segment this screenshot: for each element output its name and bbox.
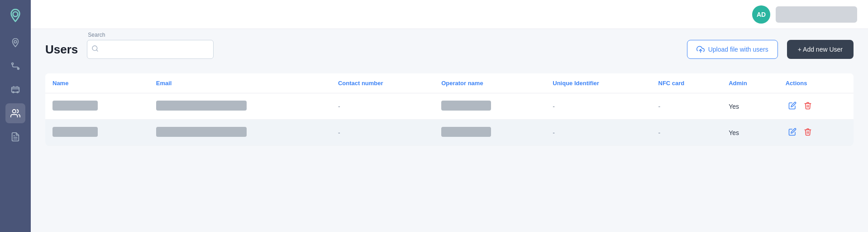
toolbar: Users Search Upload file wi [45,40,854,59]
delete-button[interactable] [802,126,814,139]
cell-name [45,93,149,120]
cell-actions [778,93,854,120]
svg-point-1 [14,40,17,43]
col-admin: Admin [721,73,778,93]
sidebar [0,0,31,232]
cell-operator [434,93,545,120]
cell-operator [434,120,545,146]
col-email: Email [149,73,331,93]
operator-redacted [441,101,491,111]
operator-redacted [441,127,491,137]
email-redacted [156,101,247,111]
table-row: - - - Yes [45,93,854,120]
upload-cloud-icon [696,45,705,53]
sidebar-item-map[interactable] [5,33,25,53]
content-area: Users Search Upload file wi [31,29,868,232]
sidebar-item-document[interactable] [5,127,25,147]
sidebar-item-users[interactable] [5,103,25,123]
col-actions: Actions [778,73,854,93]
map-pin-icon [10,38,20,48]
header-user-area [776,6,857,23]
cell-identifier: - [545,120,651,146]
table-body: - - - Yes [45,93,854,146]
upload-file-button[interactable]: Upload file with users [687,40,778,59]
cell-contact: - [331,93,434,120]
page-title: Users [45,43,78,57]
users-table-wrapper: Name Email Contact number Operator name … [45,73,854,146]
edit-icon [788,128,796,136]
search-wrapper: Search [87,40,214,59]
main-content: AD Users Search [31,0,868,232]
edit-button[interactable] [787,126,798,139]
svg-point-0 [13,12,18,17]
logo-icon [8,8,23,23]
search-input[interactable] [87,40,214,59]
table-row: - - - Yes [45,120,854,146]
bus-icon [10,85,20,95]
cell-nfc: - [651,120,722,146]
col-operator: Operator name [434,73,545,93]
add-button-label: + Add new User [798,46,843,53]
svg-point-7 [13,110,16,113]
route-icon [10,61,20,71]
cell-contact: - [331,120,434,146]
sidebar-item-route[interactable] [5,56,25,76]
name-redacted [52,101,98,111]
add-user-button[interactable]: + Add new User [787,40,854,59]
cell-nfc: - [651,93,722,120]
col-name: Name [45,73,149,93]
document-icon [10,132,20,142]
header: AD [31,0,868,29]
cell-email [149,120,331,146]
trash-icon [804,128,812,136]
cell-admin: Yes [721,93,778,120]
sidebar-item-vehicle[interactable] [5,80,25,100]
delete-button[interactable] [802,100,814,113]
edit-icon [788,102,796,110]
users-icon [10,108,20,118]
cell-admin: Yes [721,120,778,146]
cell-name [45,120,149,146]
trash-icon [804,102,812,110]
users-table: Name Email Contact number Operator name … [45,73,854,146]
edit-button[interactable] [787,100,798,113]
col-nfc: NFC card [651,73,722,93]
table-header: Name Email Contact number Operator name … [45,73,854,93]
sidebar-logo [5,5,25,25]
search-label: Search [88,32,105,38]
email-redacted [156,127,247,137]
col-contact: Contact number [331,73,434,93]
cell-identifier: - [545,93,651,120]
col-identifier: Unique Identifier [545,73,651,93]
name-redacted [52,127,98,137]
cell-actions [778,120,854,146]
avatar[interactable]: AD [752,5,770,24]
upload-button-label: Upload file with users [708,46,768,53]
cell-email [149,93,331,120]
